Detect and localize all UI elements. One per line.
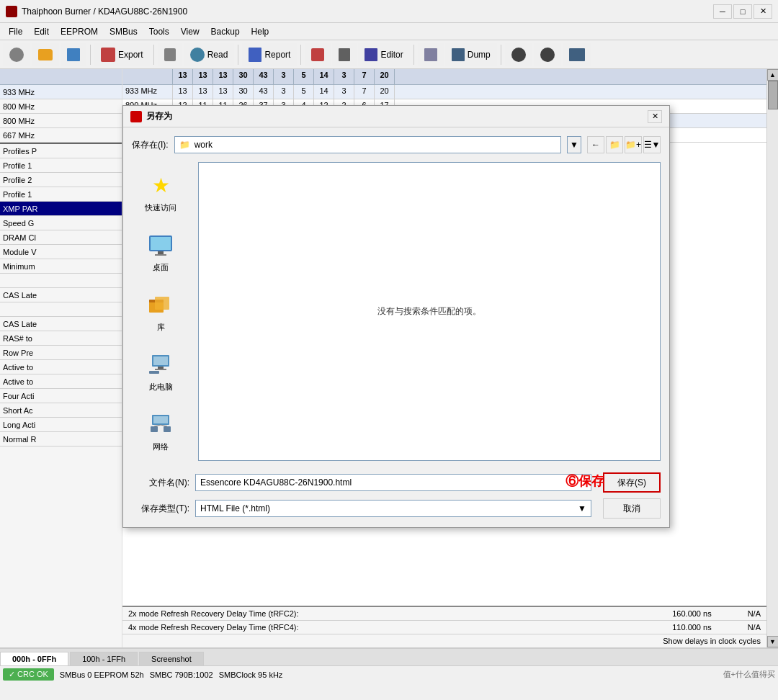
dump-button[interactable]: Dump	[445, 43, 497, 66]
lock-icon	[164, 48, 176, 61]
nav-back-button[interactable]: ←	[587, 136, 604, 153]
filename-input[interactable]: Essencore KD4AGU88C-26N1900.html	[195, 474, 591, 491]
label-module-v: Module V	[0, 245, 122, 259]
file-list[interactable]: 没有与搜索条件匹配的项。	[198, 162, 661, 461]
maximize-button[interactable]: □	[733, 4, 752, 19]
filetype-select[interactable]: HTML File (*.html) ▼	[195, 500, 591, 517]
gear-button[interactable]	[3, 43, 30, 66]
filename-value: Essencore KD4AGU88C-26N1900.html	[200, 477, 352, 488]
report-button[interactable]: Report	[242, 43, 297, 66]
wrench-button[interactable]	[305, 43, 331, 66]
nav-desktop[interactable]: 桌面	[135, 228, 186, 276]
smbus-status: SMBus 0 EEPROM 52h	[60, 670, 144, 679]
label-active-to2: Active to	[0, 374, 122, 389]
svg-rect-9	[158, 367, 164, 369]
label-empty1	[0, 274, 122, 288]
nav-computer[interactable]: 此电脑	[135, 347, 186, 395]
label-profile1b: Profile 1	[0, 187, 122, 202]
save-dialog-button[interactable]: 保存(S)	[603, 472, 661, 493]
nav-library[interactable]: 库	[135, 287, 186, 336]
tab-000h[interactable]: 000h - 0FFh	[0, 652, 68, 665]
read-button[interactable]: Read	[184, 43, 235, 66]
minimize-button[interactable]: ─	[713, 4, 732, 19]
dialog-title-text: 另存为	[146, 110, 172, 122]
scroll-down-arrow[interactable]: ▼	[767, 636, 779, 647]
svg-line-16	[154, 425, 161, 426]
read-icon	[190, 48, 205, 62]
close-button[interactable]: ✕	[754, 4, 772, 19]
label-cas-late1: CAS Late	[0, 288, 122, 302]
label-dram-cl: DRAM Cl	[0, 230, 122, 245]
trfc2-label: 2x mode Refresh Recovery Delay Time (tRF…	[128, 609, 299, 618]
label-profile1a: Profile 1	[0, 158, 122, 173]
view-button[interactable]: ☰▼	[643, 136, 661, 153]
window-title: Thaiphoon Burner / KD4AGU88C-26N1900	[22, 6, 187, 17]
wave-button[interactable]	[563, 43, 591, 66]
tab-screenshot[interactable]: Screenshot	[139, 652, 204, 665]
label-normal-r: Normal R	[0, 432, 122, 447]
calendar-icon	[424, 48, 437, 61]
no-match-message: 没有与搜索条件匹配的项。	[377, 305, 481, 318]
menu-help[interactable]: Help	[246, 25, 275, 38]
disc2-button[interactable]	[534, 43, 561, 66]
bottom-tabs: 000h - 0FFh 100h - 1FFh Screenshot	[0, 648, 778, 665]
dialog-close-button[interactable]: ✕	[648, 110, 662, 123]
annotation-save: ⑥保存	[565, 472, 604, 490]
svg-rect-6	[155, 297, 169, 310]
tab-100h[interactable]: 100h - 1FFh	[70, 652, 138, 665]
open-button[interactable]	[32, 43, 59, 66]
menu-tools[interactable]: Tools	[143, 25, 175, 38]
nav-up-button[interactable]: 📁	[606, 136, 623, 153]
save-button[interactable]	[61, 43, 86, 66]
scroll-up-arrow[interactable]: ▲	[767, 69, 779, 81]
label-933: 933 MHz	[0, 85, 122, 99]
smbc-status: SMBC 790B:1002	[150, 670, 213, 679]
scroll-track[interactable]	[767, 81, 778, 636]
network-icon	[146, 410, 175, 439]
read-label: Read	[207, 50, 228, 60]
menu-smbus[interactable]: SMBus	[104, 25, 143, 38]
disc1-button[interactable]	[505, 43, 532, 66]
title-bar: Thaiphoon Burner / KD4AGU88C-26N1900 ─ □…	[0, 0, 778, 23]
trfc4-value: 110.000 ns	[672, 623, 711, 632]
label-cas-late2: CAS Late	[0, 317, 122, 331]
label-667: 667 MHz	[0, 128, 122, 143]
new-folder-button[interactable]: 📁+	[625, 136, 642, 153]
location-input[interactable]: 📁 work	[174, 136, 561, 153]
vertical-scrollbar[interactable]: ▲ ▼	[766, 69, 778, 647]
svg-rect-11	[149, 371, 159, 374]
menu-backup[interactable]: Backup	[205, 25, 246, 38]
svg-rect-8	[153, 356, 168, 365]
export-button[interactable]: Export	[94, 43, 150, 66]
nav-quick-access[interactable]: ★ 快速访问	[135, 168, 186, 216]
dump-label: Dump	[468, 50, 491, 60]
scroll-thumb[interactable]	[768, 81, 778, 109]
save-icon	[67, 48, 80, 61]
dialog-title-bar: 另存为 ✕	[123, 106, 669, 127]
lock-button[interactable]	[158, 43, 182, 66]
disc1-icon	[511, 48, 526, 62]
svg-rect-1	[151, 237, 171, 250]
svg-rect-15	[164, 426, 171, 432]
gear-icon	[9, 48, 24, 62]
calendar-button[interactable]	[418, 43, 444, 66]
menu-view[interactable]: View	[175, 25, 205, 38]
label-profiles-p: Profiles P	[0, 144, 122, 158]
menu-file[interactable]: File	[3, 25, 28, 38]
dialog-icon	[130, 111, 142, 122]
editor-button[interactable]: Editor	[358, 43, 409, 66]
menu-eeprom[interactable]: EEPROM	[55, 25, 104, 38]
trfc4-label: 4x mode Refresh Recovery Delay Time (tRF…	[128, 623, 299, 632]
svg-rect-10	[155, 369, 166, 370]
clock-status: SMBClock 95 kHz	[219, 670, 283, 679]
disc2-icon	[540, 48, 555, 62]
menu-edit[interactable]: Edit	[28, 25, 55, 38]
list-button[interactable]	[332, 43, 357, 66]
nav-network[interactable]: 网络	[135, 407, 186, 455]
location-value: work	[194, 140, 213, 150]
dump-icon	[452, 48, 465, 61]
quick-access-label: 快速访问	[145, 202, 176, 213]
network-label: 网络	[153, 441, 169, 452]
cancel-dialog-button[interactable]: 取消	[603, 498, 661, 519]
location-dropdown[interactable]: ▼	[567, 136, 581, 153]
